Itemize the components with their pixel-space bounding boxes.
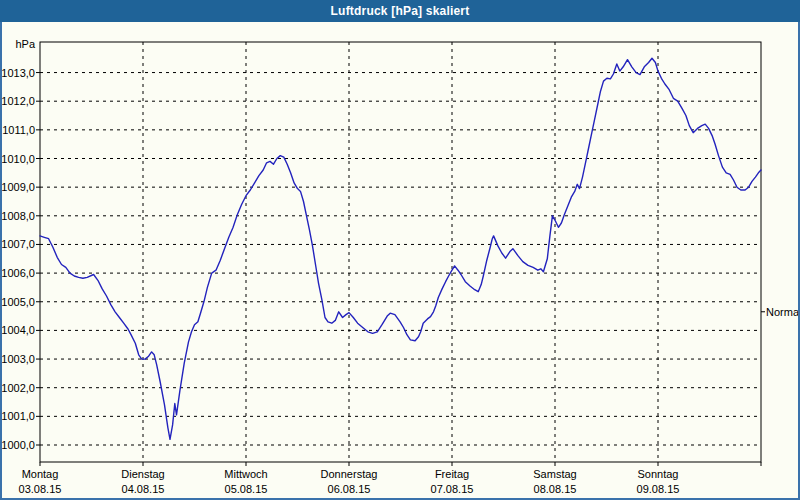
y-axis-unit-label: hPa (15, 38, 35, 50)
x-tick-date-label: 09.08.15 (637, 483, 680, 495)
normal-label: Normal (766, 306, 798, 318)
x-tick-date-label: 06.08.15 (328, 483, 371, 495)
x-tick-day-label: Dienstag (121, 468, 164, 480)
y-tick-label: 1006,0 (2, 267, 35, 279)
window-titlebar[interactable]: Luftdruck [hPa] skaliert (0, 0, 800, 22)
y-tick-label: 1013,0 (2, 67, 35, 79)
y-tick-label: 1007,0 (2, 238, 35, 250)
x-tick-date-label: 08.08.15 (534, 483, 577, 495)
y-tick-label: 1000,0 (2, 439, 35, 451)
plot-border (40, 42, 761, 462)
y-tick-label: 1008,0 (2, 210, 35, 222)
x-tick-date-label: 05.08.15 (225, 483, 268, 495)
pressure-chart: 1013,01012,01011,01010,01009,01008,01007… (2, 22, 798, 498)
x-tick-day-label: Sonntag (638, 468, 679, 480)
x-tick-day-label: Freitag (435, 468, 469, 480)
x-tick-day-label: Donnerstag (321, 468, 378, 480)
chart-area: 1013,01012,01011,01010,01009,01008,01007… (2, 22, 798, 498)
y-tick-label: 1010,0 (2, 153, 35, 165)
y-tick-label: 1003,0 (2, 353, 35, 365)
y-tick-label: 1012,0 (2, 95, 35, 107)
x-tick-day-label: Mittwoch (224, 468, 267, 480)
window-title: Luftdruck [hPa] skaliert (331, 4, 470, 18)
x-tick-day-label: Montag (22, 468, 59, 480)
x-tick-date-label: 04.08.15 (122, 483, 165, 495)
x-tick-date-label: 07.08.15 (431, 483, 474, 495)
y-tick-label: 1004,0 (2, 324, 35, 336)
app-window: Luftdruck [hPa] skaliert 1013,01012,0101… (0, 0, 800, 500)
y-tick-label: 1005,0 (2, 296, 35, 308)
y-tick-label: 1002,0 (2, 382, 35, 394)
x-tick-date-label: 03.08.15 (19, 483, 62, 495)
y-tick-label: 1001,0 (2, 410, 35, 422)
y-tick-label: 1009,0 (2, 181, 35, 193)
pressure-line (40, 58, 761, 439)
x-tick-day-label: Samstag (533, 468, 576, 480)
y-tick-label: 1011,0 (2, 124, 35, 136)
